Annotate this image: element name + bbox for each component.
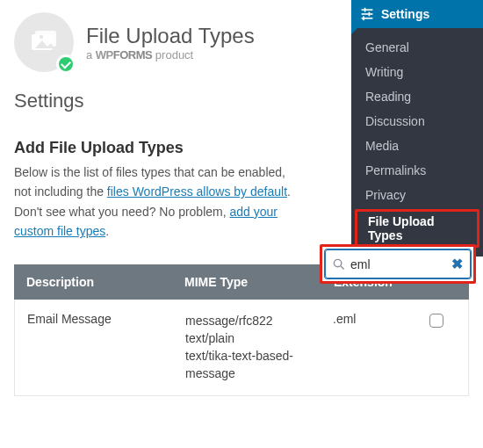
svg-point-9 xyxy=(334,259,341,266)
plugin-logo xyxy=(14,12,74,72)
svg-point-2 xyxy=(40,35,43,39)
cell-description: Email Message xyxy=(27,312,185,326)
svg-rect-5 xyxy=(362,13,373,15)
sidebar-item-file-upload-types[interactable]: File Upload Types xyxy=(355,209,479,248)
sidebar-item-reading[interactable]: Reading xyxy=(351,84,483,109)
section-description: Below is the list of files types that ca… xyxy=(14,163,295,242)
cell-extension: .eml xyxy=(333,312,429,326)
svg-rect-1 xyxy=(35,31,56,47)
svg-line-10 xyxy=(341,266,344,270)
search-input[interactable] xyxy=(350,257,446,271)
images-icon xyxy=(28,29,60,55)
svg-rect-4 xyxy=(364,8,366,12)
plugin-subtitle: a WPFORMS product xyxy=(86,48,255,61)
svg-rect-8 xyxy=(363,16,364,20)
row-checkbox[interactable] xyxy=(429,314,443,328)
link-default-types[interactable]: files WordPress allows by default xyxy=(107,184,287,199)
cell-mime: message/rfc822 text/plain text/tika-text… xyxy=(185,312,333,383)
svg-rect-3 xyxy=(362,9,373,11)
search-box[interactable]: ✖ xyxy=(325,249,471,278)
sidebar-item-media[interactable]: Media xyxy=(351,134,483,158)
col-header-mime: MIME Type xyxy=(184,275,334,289)
sidebar-item-privacy[interactable]: Privacy xyxy=(351,183,483,207)
sliders-icon xyxy=(360,7,374,21)
types-table: Description MIME Type Extension Email Me… xyxy=(14,264,469,396)
plugin-title: File Upload Types xyxy=(86,24,255,48)
search-highlight: ✖ xyxy=(320,244,476,284)
title-block: File Upload Types a WPFORMS product xyxy=(86,24,255,61)
table-body: Email Message message/rfc822 text/plain … xyxy=(14,300,469,396)
sidebar-items: General Writing Reading Discussion Media… xyxy=(351,28,483,257)
sidebar-heading[interactable]: Settings xyxy=(351,0,483,28)
search-icon xyxy=(333,258,345,271)
clear-search-icon[interactable]: ✖ xyxy=(451,256,463,272)
check-badge-icon xyxy=(56,54,76,74)
sidebar-item-general[interactable]: General xyxy=(351,35,483,60)
sidebar-item-discussion[interactable]: Discussion xyxy=(351,109,483,134)
svg-rect-6 xyxy=(369,12,371,17)
col-header-description: Description xyxy=(26,275,184,289)
sidebar-title: Settings xyxy=(381,7,429,21)
sidebar-item-permalinks[interactable]: Permalinks xyxy=(351,158,483,183)
sidebar-item-writing[interactable]: Writing xyxy=(351,60,483,84)
table-row: Email Message message/rfc822 text/plain … xyxy=(15,300,468,395)
settings-sidebar: Settings General Writing Reading Discuss… xyxy=(351,0,483,257)
